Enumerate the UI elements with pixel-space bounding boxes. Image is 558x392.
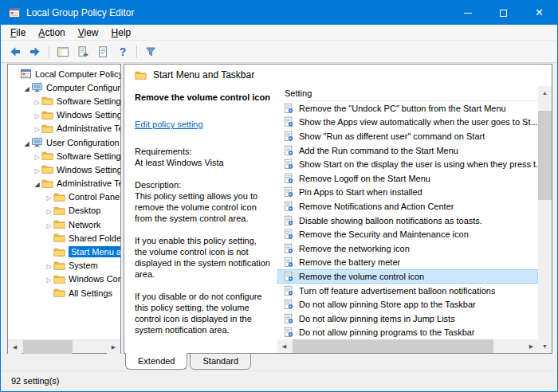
chevron-collapsed-icon[interactable] — [33, 123, 41, 133]
list-item[interactable]: Remove the networking icon — [277, 241, 538, 256]
list-item[interactable]: Pin Apps to Start when installed — [277, 186, 538, 200]
list-item[interactable]: Remove Notifications and Action Center — [277, 199, 538, 214]
back-button[interactable] — [6, 43, 25, 61]
policy-setting-icon — [283, 173, 294, 184]
tree-item-network[interactable]: Network — [8, 218, 120, 231]
forward-button[interactable] — [26, 43, 45, 61]
tree-horizontal-scrollbar[interactable]: ◀ ▶ — [8, 339, 120, 353]
minimize-icon — [464, 13, 472, 14]
menu-view[interactable]: View — [72, 25, 105, 40]
description-paragraph: This policy setting allows you to remove… — [135, 190, 270, 224]
policy-setting-icon — [283, 103, 294, 114]
tree-item-label: Start Menu and Taskbar — [69, 246, 120, 257]
tab-extended[interactable]: Extended — [125, 353, 187, 370]
scrollbar-track[interactable] — [291, 339, 525, 353]
scrollbar-thumb[interactable] — [23, 340, 73, 354]
tree-item-all-settings[interactable]: All Settings — [8, 286, 120, 300]
list-item[interactable]: Remove the "Undock PC" button from the S… — [277, 101, 538, 116]
tree-item-windows-components[interactable]: Windows Components — [8, 272, 120, 286]
chevron-collapsed-icon[interactable] — [45, 192, 53, 202]
properties-button[interactable] — [93, 43, 112, 61]
list-item-label: Show the Apps view automatically when th… — [299, 117, 538, 127]
list-item[interactable]: Remove the Security and Maintenance icon — [277, 227, 538, 241]
chevron-collapsed-icon[interactable] — [45, 220, 53, 229]
menu-help[interactable]: Help — [105, 25, 138, 40]
tree-item-desktop[interactable]: Desktop — [8, 204, 120, 218]
minimize-button[interactable] — [450, 1, 485, 25]
list-item[interactable]: Do not allow pinning programs to the Tas… — [277, 326, 538, 340]
help-button[interactable] — [113, 43, 132, 61]
titlebar[interactable]: Local Group Policy Editor — [1, 1, 557, 25]
scroll-right-button[interactable]: ▶ — [107, 340, 120, 354]
chevron-expanded-icon[interactable] — [33, 178, 41, 188]
policy-setting-icon — [283, 257, 294, 268]
chevron-collapsed-icon[interactable] — [45, 261, 53, 270]
scroll-left-button[interactable]: ◀ — [277, 339, 291, 353]
scrollbar-thumb[interactable] — [538, 111, 552, 200]
list-item[interactable]: Add the Run command to the Start Menu — [277, 143, 538, 158]
list-vertical-scrollbar[interactable]: ▲ ▼ — [538, 86, 552, 353]
tree-item-administrative-templates[interactable]: Administrative Templates — [8, 177, 120, 190]
chevron-collapsed-icon[interactable] — [33, 110, 41, 120]
chevron-expanded-icon[interactable] — [22, 138, 31, 147]
list-item-label: Add the Run command to the Start Menu — [299, 146, 458, 155]
menu-action[interactable]: Action — [32, 25, 71, 40]
tree-item-windows-settings[interactable]: Windows Settings — [8, 108, 120, 122]
folder-icon — [41, 150, 53, 162]
list-item-selected[interactable]: Remove the volume control icon — [277, 269, 538, 284]
tree-item-computer-configuration[interactable]: Computer Configuration — [8, 80, 120, 94]
scroll-left-button[interactable]: ◀ — [8, 340, 22, 354]
tree-item-administrative-templates[interactable]: Administrative Templates — [8, 122, 120, 135]
tree-item-user-configuration[interactable]: User Configuration — [8, 135, 120, 149]
menu-file[interactable]: File — [4, 25, 32, 40]
tree-item-start-menu-and-taskbar[interactable]: Start Menu and Taskbar — [8, 245, 120, 258]
list-item[interactable]: Disable showing balloon notifications as… — [277, 214, 538, 228]
policy-setting-icon — [283, 145, 294, 156]
tree-item-system[interactable]: System — [8, 259, 120, 272]
tree-item-local-computer-policy[interactable]: Local Computer Policy — [8, 67, 120, 80]
description-paragraph: If you disable or do not configure this … — [135, 291, 270, 335]
list-item-label: Remove the "Undock PC" button from the S… — [299, 104, 506, 113]
close-button[interactable] — [521, 1, 557, 25]
list-item[interactable]: Show the Apps view automatically when th… — [277, 116, 538, 130]
list-item[interactable]: Do not allow pinning Store app to the Ta… — [277, 297, 538, 312]
tree-item-control-panel[interactable]: Control Panel — [8, 190, 120, 204]
scrollbar-track[interactable] — [538, 100, 552, 339]
list-item[interactable]: Do not allow pinning items in Jump Lists — [277, 312, 538, 326]
computer-icon — [31, 136, 43, 148]
list-item[interactable]: Remove Logoff on the Start Menu — [277, 171, 538, 186]
tree-item-software-settings[interactable]: Software Settings — [8, 149, 120, 163]
show-console-tree-button[interactable] — [53, 43, 73, 61]
filter-button[interactable] — [141, 43, 160, 61]
chevron-collapsed-icon[interactable] — [45, 274, 53, 284]
scroll-right-button[interactable]: ▶ — [525, 339, 538, 353]
export-list-button[interactable] — [73, 43, 92, 61]
policy-setting-icon — [283, 271, 294, 282]
column-header-setting[interactable]: Setting — [277, 86, 538, 101]
scroll-up-button[interactable]: ▲ — [538, 86, 552, 100]
list-item[interactable]: Show "Run as different user" command on … — [277, 129, 538, 143]
list-item[interactable]: Remove the battery meter — [277, 256, 538, 270]
edit-policy-setting-link[interactable]: Edit policy setting — [135, 119, 203, 130]
scrollbar-track[interactable] — [22, 340, 107, 353]
list-item[interactable]: Show Start on the display the user is us… — [277, 157, 538, 171]
scrollbar-thumb[interactable] — [293, 339, 493, 353]
list-item[interactable]: Turn off feature advertisement balloon n… — [277, 284, 538, 298]
scroll-down-button[interactable]: ▼ — [538, 339, 552, 353]
chevron-collapsed-icon[interactable] — [33, 96, 41, 106]
chevron-collapsed-icon[interactable] — [45, 206, 53, 215]
folder-icon — [135, 69, 147, 81]
settings-list: Remove the "Undock PC" button from the S… — [277, 101, 538, 339]
gpedit-window: Local Group Policy Editor File Action Vi… — [0, 0, 558, 392]
help-icon — [120, 45, 127, 59]
maximize-button[interactable] — [485, 1, 521, 25]
list-item-label: Do not allow pinning programs to the Tas… — [299, 327, 475, 337]
tab-standard[interactable]: Standard — [190, 353, 251, 370]
chevron-collapsed-icon[interactable] — [33, 151, 41, 161]
tree-item-shared-folders[interactable]: Shared Folders — [8, 231, 120, 245]
list-horizontal-scrollbar[interactable]: ◀ ▶ — [277, 339, 538, 353]
chevron-expanded-icon[interactable] — [22, 83, 31, 92]
tree-item-software-settings[interactable]: Software Settings — [8, 94, 120, 108]
chevron-collapsed-icon[interactable] — [33, 165, 41, 174]
tree-item-windows-settings[interactable]: Windows Settings — [8, 163, 120, 176]
